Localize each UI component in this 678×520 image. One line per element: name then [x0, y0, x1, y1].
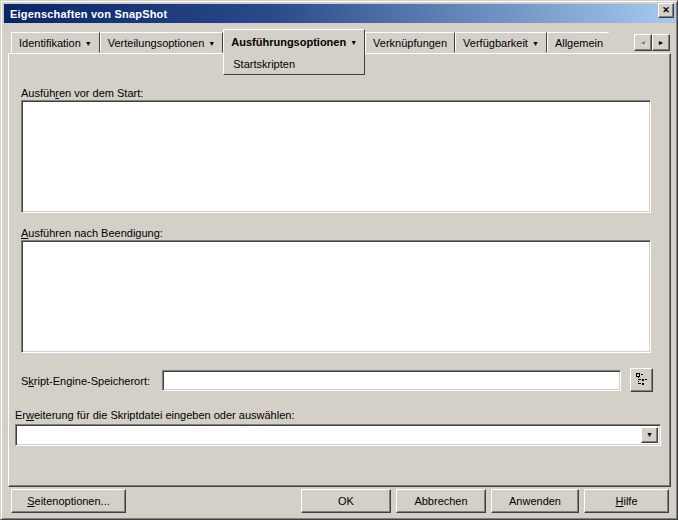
tab-identifikation[interactable]: Identifikation ▼ [11, 32, 100, 53]
extension-combobox: ▼ [15, 424, 661, 446]
tab-ausfuehrungsoptionen[interactable]: Ausführungsoptionen ▼ Startskripten [223, 29, 365, 53]
extension-label: Erweiterung für die Skriptdatei eingeben… [15, 409, 294, 421]
window-title: Eigenschaften von SnapShot [10, 8, 167, 20]
arrow-left-icon: ◄ [640, 39, 647, 46]
tab-scroller: ◄ ► [634, 34, 670, 51]
apply-button[interactable]: Anwenden [491, 489, 579, 513]
scroll-tabs-left-button[interactable]: ◄ [634, 34, 652, 51]
tab-label: Verteilungsoptionen [108, 37, 205, 49]
close-button[interactable]: ✕ [658, 3, 674, 18]
chevron-down-icon: ▼ [532, 39, 539, 47]
tab-verteilungsoptionen[interactable]: Verteilungsoptionen ▼ [100, 32, 224, 53]
subtab-startskripten[interactable]: Startskripten [223, 53, 365, 75]
tab-verfuegbarkeit[interactable]: Verfügbarkeit ▼ [455, 32, 547, 53]
tree-browse-icon [635, 372, 649, 389]
engine-location-label: Skript-Engine-Speicherort: [21, 375, 150, 387]
subtab-label: Startskripten [233, 58, 295, 70]
help-button[interactable]: Hilfe [584, 489, 669, 513]
run-after-textarea[interactable] [21, 240, 651, 353]
tab-label: Verfügbarkeit [463, 37, 528, 49]
run-after-label: Ausführen nach Beendigung: [21, 227, 163, 239]
cancel-button[interactable]: Abbrechen [396, 489, 486, 513]
tab-strip: Identifikation ▼ Verteilungsoptionen ▼ A… [11, 29, 613, 53]
run-before-textarea[interactable] [21, 100, 651, 213]
chevron-down-icon: ▼ [208, 39, 215, 47]
tab-allgemein[interactable]: Allgemein [547, 32, 613, 53]
chevron-down-icon: ▼ [646, 431, 653, 438]
close-icon: ✕ [662, 5, 670, 15]
chevron-down-icon: ▼ [350, 38, 357, 46]
tab-verknuepfungen[interactable]: Verknüpfungen [365, 32, 455, 53]
extension-combobox-input[interactable] [18, 427, 641, 443]
arrow-right-icon: ► [658, 39, 665, 46]
properties-dialog: Eigenschaften von SnapShot ✕ Identifikat… [0, 0, 678, 520]
tab-label: Allgemein [555, 37, 603, 49]
tab-label: Verknüpfungen [373, 37, 447, 49]
ok-button[interactable]: OK [301, 489, 391, 513]
engine-location-input[interactable] [162, 370, 621, 391]
scroll-tabs-right-button[interactable]: ► [652, 34, 670, 51]
tab-label: Ausführungsoptionen [231, 36, 346, 48]
tab-label: Identifikation [19, 37, 81, 49]
run-before-label: Ausführen vor dem Start: [21, 87, 143, 99]
titlebar[interactable]: Eigenschaften von SnapShot [4, 4, 676, 23]
chevron-down-icon: ▼ [85, 39, 92, 47]
extension-combobox-dropdown-button[interactable]: ▼ [641, 427, 658, 443]
page-options-button[interactable]: Seitenoptionen... [11, 489, 126, 513]
browse-tree-button[interactable] [630, 368, 653, 392]
